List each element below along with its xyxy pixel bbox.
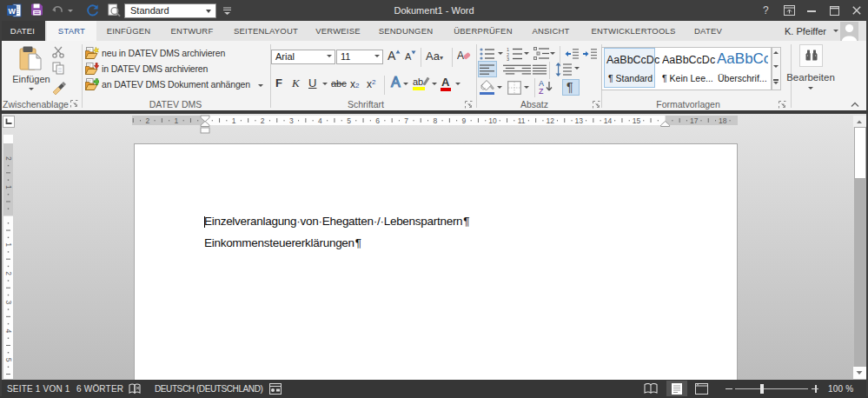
svg-text:2: 2 [4,156,13,161]
svg-text:9: 9 [462,116,467,125]
svg-text:2: 2 [145,116,149,125]
svg-text:13: 13 [575,116,584,125]
svg-text:W: W [9,7,17,16]
svg-text:1: 1 [232,116,236,125]
svg-text:3: 3 [4,300,13,304]
svg-text:8: 8 [433,116,437,125]
svg-text:7: 7 [404,116,408,125]
svg-text:A: A [457,50,464,62]
svg-text:6: 6 [375,116,380,125]
svg-text:4: 4 [318,116,322,125]
svg-text:2: 2 [261,116,265,125]
svg-text:10: 10 [488,116,497,125]
svg-text:ab: ab [413,76,423,87]
svg-text:3: 3 [289,116,294,125]
svg-text:1: 1 [175,116,179,125]
svg-text:1: 1 [4,185,13,189]
svg-text:2: 2 [4,271,13,275]
svg-text:15: 15 [633,116,641,125]
svg-text:5: 5 [347,116,351,125]
svg-text:4: 4 [4,329,13,334]
svg-text:11: 11 [518,116,526,125]
svg-text:Z: Z [539,87,544,95]
svg-text:5: 5 [4,358,13,362]
svg-text:17: 17 [690,116,699,125]
svg-text:14: 14 [604,116,613,125]
svg-text:12: 12 [546,116,554,125]
svg-text:3: 3 [507,56,509,61]
svg-text:18: 18 [719,116,727,125]
svg-text:1: 1 [4,242,13,247]
